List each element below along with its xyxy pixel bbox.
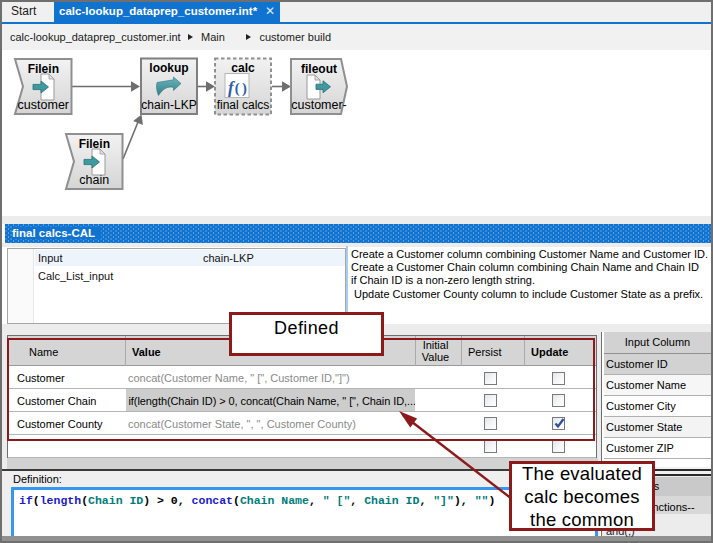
svg-text:lookup: lookup: [149, 61, 188, 75]
svg-text:final calcs: final calcs: [217, 98, 270, 112]
svg-text:customer-: customer-: [291, 98, 347, 112]
svg-text:fileout: fileout: [301, 62, 337, 76]
svg-text:f(): f(): [228, 78, 249, 97]
svg-text:calc: calc: [231, 61, 255, 75]
svg-text:chain-LKP: chain-LKP: [141, 98, 196, 112]
